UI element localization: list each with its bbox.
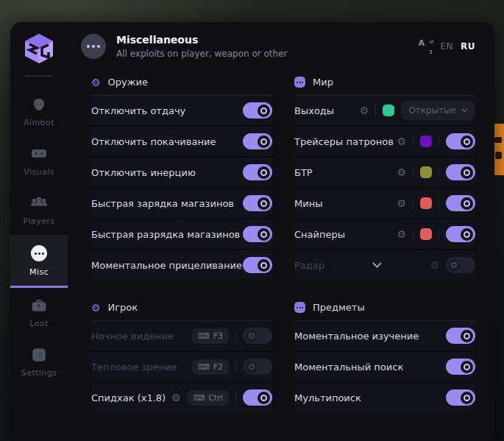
section-title: Мир bbox=[313, 77, 333, 88]
sidebar: Aimbot Visuals Players Misc Loot bbox=[10, 22, 68, 441]
color-swatch[interactable] bbox=[420, 166, 432, 178]
feature-row-fast-reload: Быстрая зарядка магазинов bbox=[91, 188, 272, 219]
section-weapon: ⚙ Оружие Отключить отдачу Отключить пока… bbox=[91, 68, 272, 280]
misc-page-icon bbox=[81, 34, 106, 59]
feature-label: Моментальное прицеливание bbox=[91, 260, 242, 271]
feature-label: Быстрая разрядка магазинов bbox=[91, 229, 240, 240]
feature-label: Снайперы bbox=[294, 229, 345, 240]
feature-row-bullet-tracers: Трейсеры патронов ⚙ bbox=[294, 127, 475, 158]
exits-dropdown[interactable]: Открытые bbox=[401, 101, 475, 120]
page-title: Miscellaneous bbox=[116, 34, 287, 47]
toggle-switch[interactable] bbox=[243, 328, 272, 344]
world-section-icon bbox=[294, 77, 305, 88]
toggle-switch[interactable] bbox=[243, 226, 272, 242]
gear-icon[interactable]: ⚙ bbox=[397, 198, 406, 208]
toggle-switch[interactable] bbox=[243, 389, 272, 406]
sidebar-item-loot[interactable]: Loot bbox=[10, 288, 68, 337]
gear-icon[interactable]: ⚙ bbox=[397, 136, 406, 147]
sidebar-divider bbox=[25, 75, 53, 77]
toggle-switch[interactable] bbox=[446, 164, 475, 180]
feature-row-no-sway: Отключить покачивание bbox=[91, 127, 272, 158]
toggle-switch[interactable] bbox=[243, 257, 272, 273]
feature-row-night-vision: Ночное видение ⌨ F3 bbox=[91, 321, 272, 352]
section-title: Игрок bbox=[108, 302, 138, 313]
sidebar-item-misc[interactable]: Misc bbox=[10, 235, 68, 288]
toggle-switch[interactable] bbox=[446, 359, 475, 375]
feature-label: БТР bbox=[294, 167, 313, 178]
sidebar-item-label: Players bbox=[24, 216, 55, 226]
feature-label: Ночное видение bbox=[91, 331, 174, 342]
sidebar-item-label: Aimbot bbox=[24, 118, 54, 127]
gear-icon: ⚙ bbox=[91, 303, 101, 313]
gear-icon[interactable]: ⚙ bbox=[397, 167, 406, 177]
page-subtitle: All exploits on player, weapon or other bbox=[116, 49, 287, 59]
gear-icon[interactable]: ⚙ bbox=[360, 105, 369, 116]
hotkey-badge[interactable]: ⌨ Ctrl bbox=[188, 390, 229, 406]
left-column: ⚙ Оружие Отключить отдачу Отключить пока… bbox=[91, 68, 272, 426]
sidebar-item-aimbot[interactable]: Aimbot bbox=[10, 87, 68, 136]
feature-label: Радар bbox=[294, 260, 324, 271]
sidebar-item-label: Visuals bbox=[24, 167, 54, 177]
hotkey-badge[interactable]: ⌨ F3 bbox=[192, 328, 229, 344]
feature-row-fast-unload: Быстрая разрядка магазинов bbox=[91, 219, 272, 250]
keyboard-icon: ⌨ bbox=[194, 394, 205, 402]
lang-en-button[interactable]: EN bbox=[440, 41, 453, 52]
gear-icon[interactable]: ⚙ bbox=[397, 229, 406, 239]
feature-label: Мины bbox=[294, 198, 322, 209]
list-settings-icon bbox=[31, 347, 47, 362]
lang-ru-button[interactable]: RU bbox=[461, 41, 475, 52]
toggle-switch[interactable] bbox=[243, 164, 272, 180]
sidebar-item-settings[interactable]: Settings bbox=[10, 337, 68, 387]
color-swatch[interactable] bbox=[383, 105, 394, 116]
feature-row-multisearch: Мультипоиск bbox=[294, 383, 475, 412]
feature-row-instant-search: Моментальный поиск bbox=[294, 352, 475, 383]
section-title: Предметы bbox=[313, 302, 365, 313]
gear-icon[interactable]: ⚙ bbox=[430, 260, 439, 270]
sidebar-item-players[interactable]: Players bbox=[10, 186, 68, 235]
sidebar-item-visuals[interactable]: Visuals bbox=[10, 136, 68, 186]
toggle-switch[interactable] bbox=[446, 195, 475, 211]
color-swatch[interactable] bbox=[420, 228, 432, 240]
feature-label: Моментальный поиск bbox=[294, 361, 403, 373]
chevron-down-icon bbox=[461, 108, 468, 113]
feature-label: Спидхак (x1.8) bbox=[91, 392, 166, 403]
right-column: Мир Выходы ⚙ Открытые bbox=[294, 68, 475, 426]
page-header: Miscellaneous All exploits on player, we… bbox=[81, 34, 475, 59]
toggle-switch[interactable] bbox=[446, 389, 475, 406]
feature-label: Моментальное изучение bbox=[294, 331, 419, 342]
color-swatch[interactable] bbox=[420, 135, 432, 147]
feature-label: Отключить отдачу bbox=[91, 105, 185, 116]
feature-row-instant-examine: Моментальное изучение bbox=[294, 321, 475, 352]
app-logo-icon bbox=[24, 32, 54, 65]
gear-icon: ⚙ bbox=[91, 77, 101, 88]
toggle-switch[interactable] bbox=[243, 195, 272, 211]
feature-row-snipers: Снайперы ⚙ bbox=[294, 219, 475, 250]
toggle-switch[interactable] bbox=[446, 328, 475, 344]
briefcase-icon bbox=[31, 298, 47, 313]
ellipsis-circle-icon bbox=[31, 245, 47, 261]
gear-icon[interactable]: ⚙ bbox=[171, 392, 181, 403]
feature-row-mines: Мины ⚙ bbox=[294, 188, 475, 219]
toggle-switch[interactable] bbox=[243, 102, 272, 119]
toggle-switch[interactable] bbox=[243, 133, 272, 149]
section-world: Мир Выходы ⚙ Открытые bbox=[294, 68, 475, 280]
toggle-switch[interactable] bbox=[446, 257, 475, 273]
toggle-switch[interactable] bbox=[243, 359, 272, 375]
feature-label: Мультипоиск bbox=[294, 392, 361, 403]
items-section-icon bbox=[294, 302, 305, 313]
cheat-menu-window: Aimbot Visuals Players Misc Loot bbox=[10, 22, 494, 441]
feature-label: Трейсеры патронов bbox=[294, 136, 394, 147]
people-icon bbox=[31, 196, 47, 211]
feature-label: Отключить инерцию bbox=[91, 167, 196, 178]
feature-row-instant-ads: Моментальное прицеливание bbox=[91, 250, 272, 280]
hotkey-badge[interactable]: ⌨ F2 bbox=[192, 359, 229, 375]
toggle-switch[interactable] bbox=[446, 226, 475, 242]
sidebar-item-label: Misc bbox=[29, 267, 49, 277]
toggle-switch[interactable] bbox=[446, 133, 475, 149]
keyboard-icon: ⌨ bbox=[198, 332, 210, 340]
expand-chevron-icon[interactable] bbox=[372, 262, 382, 268]
feature-row-no-inertia: Отключить инерцию bbox=[91, 158, 272, 188]
sidebar-item-label: Loot bbox=[29, 319, 48, 328]
color-swatch[interactable] bbox=[420, 197, 432, 209]
section-title: Оружие bbox=[108, 77, 148, 88]
